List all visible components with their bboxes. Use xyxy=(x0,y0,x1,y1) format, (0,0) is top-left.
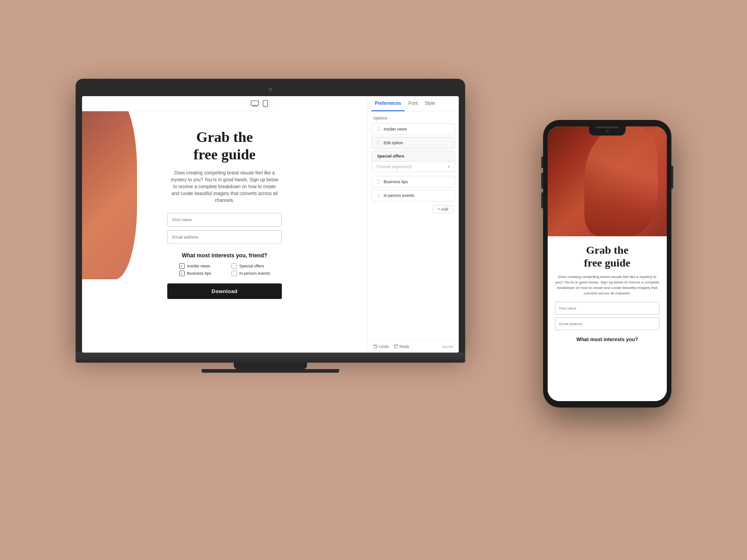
panel-footer: Undo Redo Saved xyxy=(368,340,459,353)
phone-title: Grab the free guide xyxy=(555,244,659,270)
checkbox-label-insider: Insider news xyxy=(187,264,210,268)
phone-question: What most interests you? xyxy=(555,337,659,342)
tab-style[interactable]: Style xyxy=(421,96,439,111)
checkbox-in-person[interactable]: In-person events xyxy=(231,271,270,276)
phone-content: Grab the free guide Does creating compel… xyxy=(548,236,667,401)
checkbox-insider-checked: ✓ xyxy=(179,263,185,269)
segment-placeholder: Choose segment(s) xyxy=(376,164,412,169)
phone-volume-down-button xyxy=(541,192,543,208)
first-name-field[interactable] xyxy=(167,213,282,227)
redo-button[interactable]: Redo xyxy=(394,344,410,349)
checkbox-label-inperson: In-person events xyxy=(239,271,270,276)
checkbox-special-offers[interactable]: Special offers xyxy=(231,263,270,269)
redo-label: Redo xyxy=(400,344,410,349)
laptop-form-content: Grab the free guide Does creating compel… xyxy=(100,128,349,299)
undo-button[interactable]: Undo xyxy=(373,344,389,349)
checkbox-special-unchecked xyxy=(231,263,237,269)
phone-description: Does creating compelling brand visuals f… xyxy=(555,274,659,296)
phone-volume-up-button xyxy=(541,173,543,189)
email-field[interactable] xyxy=(167,230,282,244)
phone-email-field[interactable] xyxy=(555,317,659,330)
special-offers-section: Special offers Choose segment(s) ▾ xyxy=(371,151,455,174)
tab-preferences[interactable]: Preferences xyxy=(371,96,405,111)
scene-container: Grab the free guide Does creating compel… xyxy=(76,51,671,509)
drag-handle-inperson xyxy=(377,193,380,198)
checkbox-business-checked: ✓ xyxy=(179,271,185,276)
laptop-body: Grab the free guide Does creating compel… xyxy=(76,79,465,353)
phone-wrapper: Grab the free guide Does creating compel… xyxy=(543,120,671,408)
laptop-stand xyxy=(234,363,307,369)
phone-flower-decoration xyxy=(584,126,658,236)
checkbox-label-special: Special offers xyxy=(239,264,264,268)
drag-handle-business xyxy=(377,179,380,184)
drag-handle-edit xyxy=(377,141,380,145)
form-title: Grab the free guide xyxy=(193,128,255,163)
laptop-camera xyxy=(269,87,272,91)
special-offers-header: Special offers xyxy=(371,151,455,161)
option-insider-news[interactable]: Insider news xyxy=(371,123,455,135)
option-label-insider: Insider news xyxy=(384,127,449,131)
phone-screen: Grab the free guide Does creating compel… xyxy=(548,126,667,401)
option-inperson-events[interactable]: In-person events xyxy=(371,190,455,201)
option-label-inperson: In-person events xyxy=(384,193,449,198)
form-question: What most interests you, friend? xyxy=(182,252,268,259)
preferences-panel: Preferences Font Style Options Insider n… xyxy=(367,96,459,353)
laptop-screen: Grab the free guide Does creating compel… xyxy=(82,96,459,353)
form-description: Does creating compelling brand visuals f… xyxy=(170,169,280,204)
phone-first-name-field[interactable] xyxy=(555,302,659,315)
drag-handle-insider xyxy=(377,127,380,131)
saved-status: Saved xyxy=(441,344,453,349)
chevron-down-icon: ▾ xyxy=(448,164,450,169)
laptop-camera-bar xyxy=(82,85,459,93)
download-button[interactable]: Download xyxy=(167,283,282,299)
undo-icon xyxy=(373,344,378,349)
laptop-wrapper: Grab the free guide Does creating compel… xyxy=(76,79,465,373)
phone-body: Grab the free guide Does creating compel… xyxy=(543,120,671,408)
phone-mute-button xyxy=(541,157,543,168)
phone-speaker xyxy=(596,126,619,128)
svg-point-5 xyxy=(265,105,266,106)
option-business-tips[interactable]: Business tips xyxy=(371,176,455,188)
desktop-icon[interactable] xyxy=(251,100,259,107)
laptop-form-panel: Grab the free guide Does creating compel… xyxy=(82,96,367,353)
phone-hero-image xyxy=(548,126,667,236)
checkbox-insider-news[interactable]: ✓ Insider news xyxy=(179,263,218,269)
tab-font[interactable]: Font xyxy=(405,96,421,111)
checkbox-business-tips[interactable]: ✓ Business tips xyxy=(179,271,218,276)
mobile-icon[interactable] xyxy=(263,100,268,107)
option-label-edit: Edit option xyxy=(384,141,449,145)
option-edit-option[interactable]: Edit option xyxy=(371,137,455,149)
checkbox-inperson-unchecked xyxy=(231,271,237,276)
laptop-device-icons-bar xyxy=(82,96,275,111)
laptop-base xyxy=(76,353,465,363)
phone-notch xyxy=(589,126,626,136)
checkbox-label-business: Business tips xyxy=(187,271,211,276)
panel-tabs: Preferences Font Style xyxy=(368,96,459,111)
options-section-header: Options xyxy=(368,111,459,123)
laptop-foot xyxy=(202,369,339,373)
checkbox-grid: ✓ Insider news Special offers ✓ Business… xyxy=(179,263,270,276)
phone-power-button xyxy=(671,166,673,189)
segment-select[interactable]: Choose segment(s) ▾ xyxy=(371,161,455,172)
undo-label: Undo xyxy=(379,344,389,349)
option-label-business: Business tips xyxy=(384,179,449,184)
add-option-button[interactable]: + Add xyxy=(433,205,453,213)
svg-rect-0 xyxy=(251,101,258,105)
redo-icon xyxy=(394,344,398,349)
phone-camera xyxy=(605,129,609,133)
